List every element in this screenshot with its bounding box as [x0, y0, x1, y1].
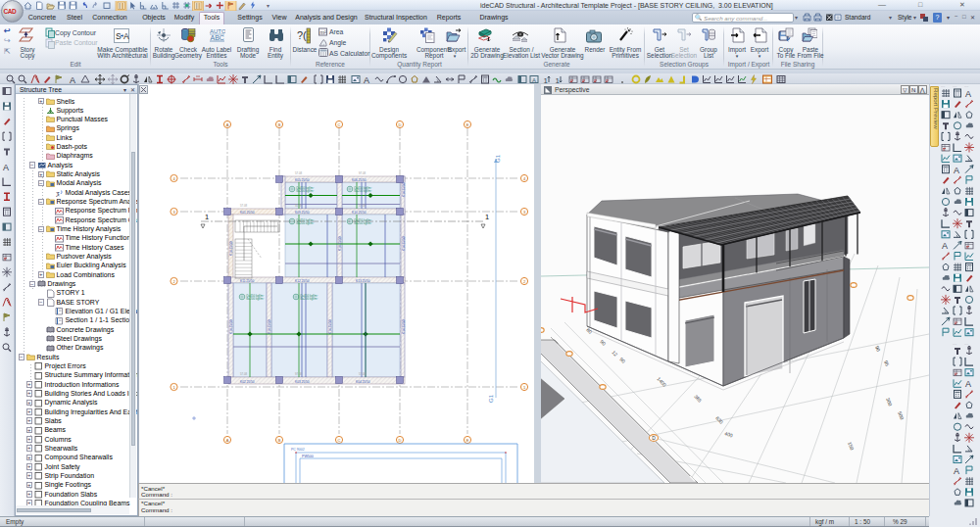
svg-text:400: 400	[724, 430, 734, 438]
svg-text:E: E	[466, 122, 469, 127]
svg-text:PC 9002: PC 9002	[291, 448, 305, 452]
svg-text:C: C	[338, 438, 341, 443]
svg-text:K13 25/50: K13 25/50	[356, 279, 370, 283]
svg-text:G=200 kgf/m²: G=200 kgf/m²	[300, 297, 318, 301]
svg-text:ABC: ABC	[211, 34, 224, 41]
svg-text:57.08: 57.08	[240, 204, 247, 208]
svg-text:A: A	[226, 122, 229, 127]
svg-text:830: 830	[714, 415, 724, 425]
svg-text:A: A	[965, 89, 971, 99]
svg-text:K12 25/50: K12 25/50	[295, 279, 310, 283]
svg-text:A: A	[364, 75, 369, 84]
svg-text:A: A	[226, 438, 229, 443]
svg-text:1: 1	[556, 76, 561, 85]
svg-text:G=200 kgf/m²: G=200 kgf/m²	[354, 221, 371, 225]
svg-text:G=200 kgf/m²: G=200 kgf/m²	[296, 189, 314, 193]
svg-text:K14 25/50: K14 25/50	[328, 319, 332, 334]
svg-text:A: A	[954, 466, 959, 476]
svg-text:B: B	[278, 122, 281, 127]
svg-text:90: 90	[618, 357, 626, 364]
svg-text:A: A	[123, 31, 129, 41]
svg-text:E: E	[466, 438, 469, 443]
svg-text:D: D	[399, 122, 402, 127]
svg-text:ƺ: ƺ	[56, 190, 60, 198]
svg-text:K02 25/50: K02 25/50	[240, 380, 255, 384]
svg-text:31.08: 31.08	[295, 204, 302, 208]
svg-text:C: C	[338, 122, 341, 127]
svg-text:57.08: 57.08	[359, 204, 366, 208]
svg-text:G=200 kgf/m²: G=200 kgf/m²	[246, 297, 264, 301]
svg-text:150: 150	[847, 441, 856, 451]
svg-text:G1: G1	[488, 394, 494, 403]
svg-text:300: 300	[885, 397, 894, 407]
svg-text:K14 25/50: K14 25/50	[268, 319, 271, 334]
svg-text:PW500: PW500	[302, 455, 314, 458]
svg-text:K09 25/50: K09 25/50	[295, 211, 310, 215]
svg-text:K14 25/50: K14 25/50	[229, 241, 233, 256]
svg-text:A: A	[954, 166, 959, 175]
svg-text:m²: m²	[320, 29, 327, 35]
svg-text:A: A	[70, 75, 75, 84]
svg-text:95: 95	[883, 359, 891, 367]
svg-text:G=200 kgf/m²: G=200 kgf/m²	[296, 221, 314, 225]
svg-text:A: A	[532, 77, 536, 83]
svg-text:57.08: 57.08	[240, 372, 247, 376]
svg-text:K06 25/50: K06 25/50	[352, 178, 367, 182]
svg-text:12: 12	[611, 350, 618, 358]
svg-text:A: A	[3, 163, 9, 172]
svg-text:90: 90	[874, 345, 882, 353]
svg-text:K10 25/50: K10 25/50	[352, 211, 367, 215]
svg-text:1: 1	[485, 213, 489, 221]
svg-text:A: A	[942, 241, 948, 251]
svg-text:B: B	[278, 438, 281, 443]
svg-text:1: 1	[544, 76, 549, 85]
svg-text:K01 25/50: K01 25/50	[240, 211, 255, 215]
svg-text:365: 365	[693, 394, 703, 404]
svg-text:K03 25/50: K03 25/50	[295, 380, 310, 384]
svg-text:K14 25/50: K14 25/50	[402, 319, 406, 334]
svg-text:57.08: 57.08	[359, 372, 366, 376]
svg-text:57.08: 57.08	[295, 171, 302, 175]
svg-text:?(: ?(	[297, 29, 307, 41]
svg-text:G=200 kgf/m²: G=200 kgf/m²	[354, 189, 371, 193]
svg-text:K11 25/50: K11 25/50	[240, 279, 255, 283]
svg-text:K14 25/50: K14 25/50	[402, 182, 406, 197]
svg-text:D: D	[399, 438, 402, 443]
svg-text:A: A	[965, 379, 971, 389]
svg-text:K14 25/50: K14 25/50	[402, 236, 406, 251]
svg-text:1: 1	[205, 213, 209, 221]
svg-text:97.08: 97.08	[295, 372, 302, 376]
svg-text:K14 25/50: K14 25/50	[229, 319, 233, 334]
svg-text:K05 25/50: K05 25/50	[295, 178, 310, 182]
svg-text:K14 25/50: K14 25/50	[338, 236, 342, 251]
svg-text:90: 90	[599, 339, 607, 347]
svg-text:K04 25/50: K04 25/50	[356, 380, 370, 384]
svg-text:97.08: 97.08	[359, 171, 366, 175]
svg-text:500: 500	[897, 410, 906, 420]
svg-text:D: D	[652, 435, 656, 441]
